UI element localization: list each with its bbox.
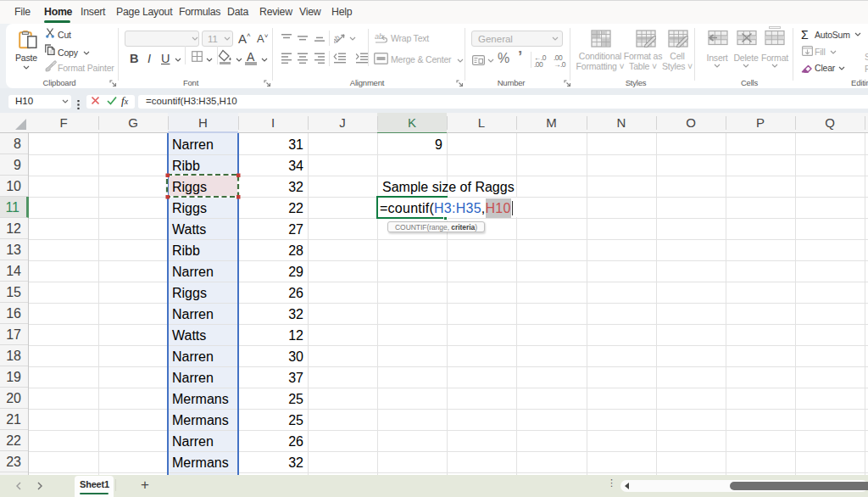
svg-text:ab: ab	[334, 33, 342, 45]
svg-text:ab: ab	[375, 32, 383, 41]
